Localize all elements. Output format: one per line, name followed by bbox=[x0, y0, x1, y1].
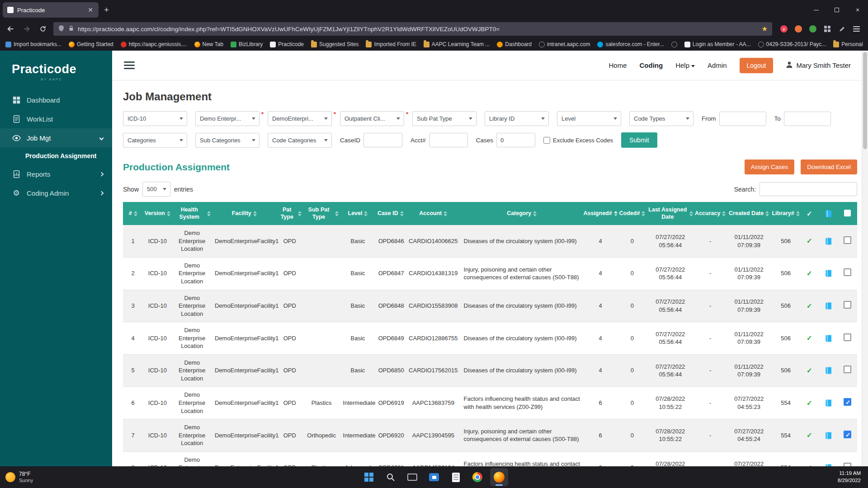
column-header-pat-type[interactable]: Pat Type bbox=[277, 202, 303, 225]
cases-input[interactable] bbox=[496, 133, 535, 147]
column-header-account[interactable]: Account bbox=[406, 202, 461, 225]
logout-button[interactable]: Logout bbox=[740, 58, 774, 73]
pocket-icon[interactable]: ∨ bbox=[779, 24, 788, 33]
bookmark-item[interactable]: Getting Started bbox=[69, 41, 113, 47]
weather-widget[interactable]: 78°F Sunny bbox=[0, 471, 33, 483]
page-size-select[interactable]: 500 bbox=[142, 182, 170, 197]
page-scrollbar[interactable] bbox=[862, 51, 868, 466]
row-checkbox[interactable] bbox=[844, 236, 851, 244]
exclude-excess-codes-checkbox[interactable]: Exclude Excess Codes bbox=[543, 137, 613, 144]
column-header-version[interactable]: Version bbox=[143, 202, 172, 225]
filter-select-sub-pat-type[interactable]: Sub Pat Type bbox=[412, 111, 476, 126]
bookmark-item[interactable]: AAPC Learning Team ... bbox=[424, 41, 490, 47]
maximize-button[interactable] bbox=[826, 0, 847, 20]
logo-block[interactable]: Practicode BY AAPC bbox=[0, 51, 112, 90]
column-header-level[interactable]: Level bbox=[340, 202, 375, 225]
bookmark-item[interactable]: BizLibrary bbox=[231, 41, 263, 47]
reload-icon[interactable] bbox=[37, 23, 49, 35]
book-icon[interactable] bbox=[825, 399, 833, 406]
firefox-icon[interactable] bbox=[490, 468, 508, 486]
start-icon[interactable] bbox=[360, 468, 378, 486]
column-header-library[interactable]: Library# bbox=[772, 202, 800, 225]
extension-green-icon[interactable] bbox=[808, 24, 817, 33]
filter-select-icd-10[interactable]: ICD-10 bbox=[123, 111, 187, 126]
bookmark-item[interactable]: Login as Member - AA... bbox=[684, 41, 751, 47]
sidebar-item-reports[interactable]: Reports bbox=[0, 164, 112, 183]
bookmark-item[interactable] bbox=[671, 42, 677, 47]
column-header-created-date[interactable]: Created Date bbox=[726, 202, 771, 225]
row-checkbox[interactable] bbox=[844, 301, 851, 309]
bookmark-item[interactable]: New Tab bbox=[194, 41, 223, 47]
row-checkbox[interactable] bbox=[844, 366, 851, 373]
download-excel-button[interactable]: Download Excel bbox=[801, 160, 857, 174]
filter-select-outpatient-cli[interactable]: Outpatient Cli... bbox=[340, 111, 404, 126]
book-icon[interactable] bbox=[825, 302, 833, 309]
sidebar-item-coding-admin[interactable]: ⚙ Coding Admin bbox=[0, 183, 112, 202]
filter-select-categories[interactable]: Categories bbox=[123, 133, 187, 148]
column-header-facility[interactable]: Facility bbox=[212, 202, 277, 225]
row-checkbox[interactable] bbox=[844, 463, 851, 466]
extension-orange-icon[interactable] bbox=[794, 24, 803, 33]
scrollbar-thumb[interactable] bbox=[863, 52, 867, 149]
book-icon[interactable] bbox=[825, 334, 833, 341]
column-header-last-assigned-date[interactable]: Last Assigned Date bbox=[646, 202, 695, 225]
forward-icon[interactable] bbox=[21, 23, 33, 35]
url-bar[interactable]: https://practicode.aapc.com/cl/coding/in… bbox=[53, 22, 772, 36]
search-icon[interactable] bbox=[382, 468, 400, 486]
tab-close-icon[interactable]: ✕ bbox=[87, 6, 94, 14]
sidebar-item-dashboard[interactable]: Dashboard bbox=[0, 90, 112, 109]
filter-select-library-id[interactable]: Library ID bbox=[485, 111, 549, 126]
column-header-coded[interactable]: Coded# bbox=[618, 202, 646, 225]
shield-icon[interactable] bbox=[58, 25, 65, 33]
book-icon[interactable] bbox=[825, 367, 833, 374]
acct-input[interactable] bbox=[429, 133, 468, 147]
filter-select-sub-categories[interactable]: Sub Categories bbox=[195, 133, 259, 148]
row-checkbox[interactable] bbox=[844, 268, 851, 276]
from-input[interactable] bbox=[719, 112, 766, 126]
book-icon[interactable] bbox=[825, 432, 833, 438]
column-header-accuracy[interactable]: Accuracy bbox=[694, 202, 726, 225]
column-header-assigned[interactable]: Assigned# bbox=[583, 202, 618, 225]
submit-button[interactable]: Submit bbox=[621, 132, 657, 148]
chrome-icon[interactable] bbox=[468, 468, 486, 486]
assign-cases-button[interactable]: Assign Cases bbox=[745, 160, 795, 174]
filter-select-demoenterpri[interactable]: DemoEnterpri... bbox=[268, 111, 332, 126]
bookmark-item[interactable]: Personal bbox=[833, 41, 863, 47]
row-checkbox[interactable] bbox=[844, 431, 851, 438]
extensions-grid-icon[interactable] bbox=[823, 24, 832, 33]
exclude-checkbox-input[interactable] bbox=[543, 137, 550, 144]
column-header-health-system[interactable]: Health System bbox=[172, 202, 212, 225]
sidebar-item-production-assignment[interactable]: Production Assignment bbox=[0, 147, 112, 164]
nav-admin[interactable]: Admin bbox=[708, 61, 727, 69]
bookmark-star-icon[interactable]: ★ bbox=[762, 25, 768, 33]
column-header-book[interactable] bbox=[819, 202, 838, 225]
column-header-sub-pat-type[interactable]: Sub Pat Type bbox=[303, 202, 340, 225]
bookmark-item[interactable]: https://aapc.geniussis.... bbox=[121, 41, 187, 47]
minimize-button[interactable] bbox=[806, 0, 826, 20]
nav-coding[interactable]: Coding bbox=[640, 61, 663, 69]
back-icon[interactable] bbox=[5, 23, 16, 35]
caseid-input[interactable] bbox=[363, 133, 402, 147]
video-app-icon[interactable] bbox=[425, 468, 443, 486]
edit-icon[interactable] bbox=[837, 24, 846, 33]
lock-icon[interactable] bbox=[68, 25, 74, 33]
column-header-case-id[interactable]: Case ID bbox=[376, 202, 406, 225]
user-chip[interactable]: Mary Smith Tester bbox=[786, 61, 851, 70]
bookmark-item[interactable]: Dashboard bbox=[497, 41, 532, 47]
book-icon[interactable] bbox=[825, 237, 833, 244]
select-all-checkbox[interactable] bbox=[844, 210, 851, 216]
new-tab-button[interactable]: + bbox=[99, 5, 114, 15]
nav-help[interactable]: Help bbox=[675, 61, 695, 69]
column-header-completed[interactable]: ✓ bbox=[800, 202, 819, 225]
bookmark-item[interactable]: Import bookmarks... bbox=[5, 41, 61, 47]
book-icon[interactable] bbox=[825, 270, 833, 277]
to-input[interactable] bbox=[784, 112, 831, 126]
column-header-select-all[interactable] bbox=[838, 202, 857, 225]
browser-tab[interactable]: Practicode ✕ bbox=[3, 2, 99, 18]
screen-share-icon[interactable] bbox=[403, 468, 421, 486]
search-input[interactable] bbox=[760, 182, 857, 196]
filter-select-code-types[interactable]: Code Types bbox=[629, 111, 693, 126]
bookmark-item[interactable]: 0429-S336-2013/ Payc... bbox=[758, 41, 826, 47]
filter-select-code-categories[interactable]: Code Categories bbox=[268, 133, 332, 148]
row-checkbox[interactable] bbox=[844, 398, 851, 406]
